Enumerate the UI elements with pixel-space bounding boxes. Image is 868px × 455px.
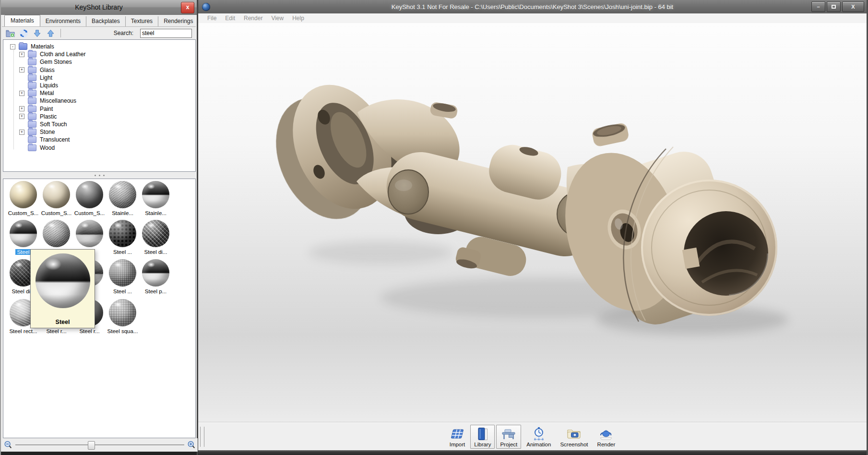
tree-item-plastic[interactable]: + Plastic xyxy=(3,113,195,120)
material-thumb[interactable]: Stainle... xyxy=(139,181,172,216)
tab-environments[interactable]: Environments xyxy=(40,16,86,26)
project-button[interactable]: Project xyxy=(496,425,521,449)
material-thumb[interactable]: Steel di... xyxy=(139,220,172,255)
tab-textures[interactable]: Textures xyxy=(126,16,158,26)
material-sphere[interactable] xyxy=(142,181,169,208)
realtime-3d-viewport[interactable] xyxy=(198,23,867,423)
keyshot-main-window: KeyShot 3.1 Not For Resale - C:\Users\Pu… xyxy=(198,0,868,455)
restore-button[interactable] xyxy=(827,1,841,12)
tab-backplates[interactable]: Backplates xyxy=(86,16,126,26)
menu-bar: File Edit Render View Help xyxy=(198,13,867,24)
material-sphere[interactable] xyxy=(10,181,37,208)
expand-icon[interactable]: + xyxy=(19,52,24,57)
preview-label: Steel xyxy=(31,319,95,325)
menu-file[interactable]: File xyxy=(203,15,221,22)
search-input[interactable] xyxy=(140,29,192,38)
material-sphere[interactable] xyxy=(43,220,70,247)
render-button[interactable]: Render xyxy=(594,425,619,449)
tree-item-stone[interactable]: + Stone xyxy=(3,128,195,136)
tree-item-paint[interactable]: + Paint xyxy=(3,105,195,113)
tree-item-glass[interactable]: + Glass xyxy=(3,66,195,74)
menu-edit[interactable]: Edit xyxy=(221,15,239,22)
window-title: KeyShot 3.1 Not For Resale - C:\Users\Pu… xyxy=(198,3,867,11)
folder-icon xyxy=(28,136,36,143)
thumbnail-size-slider[interactable] xyxy=(15,441,184,449)
close-button[interactable]: X xyxy=(842,1,864,12)
tree-item-metal[interactable]: + Metal xyxy=(3,89,195,97)
folder-icon xyxy=(28,82,36,89)
slider-thumb[interactable] xyxy=(88,441,95,450)
folder-icon xyxy=(28,51,36,58)
import-button[interactable]: Import xyxy=(446,425,469,449)
material-sphere[interactable] xyxy=(109,259,136,287)
material-sphere[interactable] xyxy=(109,299,136,326)
tree-item-soft-touch[interactable]: Soft Touch xyxy=(3,120,195,128)
main-titlebar[interactable]: KeyShot 3.1 Not For Resale - C:\Users\Pu… xyxy=(198,0,867,13)
open-folder-icon xyxy=(19,43,27,50)
library-toolbar: Search: xyxy=(2,27,196,39)
menu-render[interactable]: Render xyxy=(239,15,267,22)
main-toolbar: Import Library Project xyxy=(198,422,867,450)
refresh-icon[interactable] xyxy=(19,29,28,38)
minimize-button[interactable]: – xyxy=(811,1,825,12)
material-sphere[interactable] xyxy=(43,181,70,208)
material-thumb[interactable]: Custom_S... xyxy=(7,181,40,216)
collapse-icon[interactable]: - xyxy=(10,44,15,49)
folder-icon xyxy=(28,106,36,112)
tree-item-cloth-and-leather[interactable]: + Cloth and Leather xyxy=(3,50,195,58)
tree-item-miscellaneous[interactable]: Miscellaneous xyxy=(3,97,195,105)
tree-item-liquids[interactable]: Liquids xyxy=(3,82,195,89)
zoom-in-icon[interactable] xyxy=(187,441,196,449)
material-sphere[interactable] xyxy=(76,220,103,247)
close-button[interactable]: x xyxy=(181,2,194,13)
library-button[interactable]: Library xyxy=(470,425,495,449)
material-thumb[interactable]: Custom_S... xyxy=(73,181,106,216)
zoom-out-icon[interactable] xyxy=(4,441,12,449)
material-thumb[interactable]: Stainle... xyxy=(106,181,139,216)
panel-splitter[interactable] xyxy=(3,172,196,179)
preview-sphere xyxy=(36,253,90,308)
tree-item-translucent[interactable]: Translucent xyxy=(3,136,195,144)
material-sphere[interactable] xyxy=(109,181,136,208)
material-sphere[interactable] xyxy=(142,220,169,247)
search-label: Search: xyxy=(114,30,133,36)
expand-icon[interactable]: + xyxy=(19,114,24,119)
material-sphere[interactable] xyxy=(10,220,37,247)
move-up-icon[interactable] xyxy=(46,29,55,38)
add-folder-icon[interactable] xyxy=(6,29,15,38)
material-thumb[interactable]: Custom_S... xyxy=(40,181,73,216)
expand-icon[interactable]: + xyxy=(19,130,24,135)
material-thumb[interactable]: Steel squa... xyxy=(106,299,139,335)
folder-icon xyxy=(28,121,36,128)
tree-item-materials[interactable]: - Materials xyxy=(3,43,195,50)
material-thumb[interactable]: Steel p... xyxy=(139,259,172,295)
tab-materials[interactable]: Materials xyxy=(4,15,40,26)
project-icon xyxy=(501,427,516,441)
toolbar-grip[interactable] xyxy=(200,427,204,447)
tab-renderings[interactable]: Renderings xyxy=(158,16,199,26)
material-thumb[interactable]: Steel ... xyxy=(106,220,139,255)
library-window: KeyShot Library x Materials Environments… xyxy=(0,0,198,455)
move-down-icon[interactable] xyxy=(33,29,42,38)
expand-icon[interactable]: + xyxy=(19,67,24,72)
material-sphere[interactable] xyxy=(142,259,169,287)
material-sphere[interactable] xyxy=(76,181,103,208)
menu-view[interactable]: View xyxy=(267,15,288,22)
library-bottom-edge xyxy=(1,452,197,455)
slider-track[interactable] xyxy=(15,444,184,446)
tree-item-wood[interactable]: Wood xyxy=(3,144,195,151)
toolbar-separator xyxy=(60,29,61,37)
materials-tree[interactable]: - Materials + Cloth and Leather Gem Ston… xyxy=(3,39,196,172)
folder-icon xyxy=(28,59,36,65)
material-sphere[interactable] xyxy=(109,220,136,247)
menu-help[interactable]: Help xyxy=(288,15,309,22)
tree-item-light[interactable]: Light xyxy=(3,74,195,82)
library-titlebar[interactable]: KeyShot Library x xyxy=(1,0,197,15)
material-thumb[interactable]: Steel ... xyxy=(106,259,139,295)
animation-button[interactable]: Animation xyxy=(523,425,555,449)
uni-joint-render xyxy=(198,23,867,423)
expand-icon[interactable]: + xyxy=(19,91,24,96)
screenshot-button[interactable]: Screenshot xyxy=(556,425,592,449)
tree-item-gem-stones[interactable]: Gem Stones xyxy=(3,58,195,66)
expand-icon[interactable]: + xyxy=(19,106,24,111)
